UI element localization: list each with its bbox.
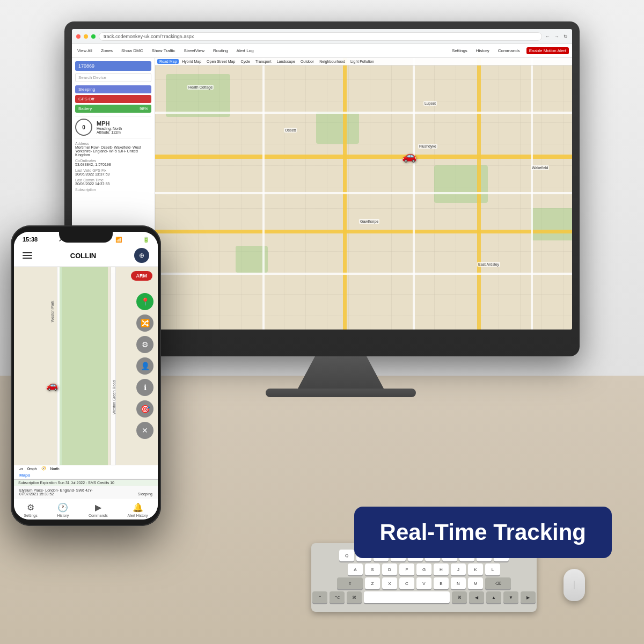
side-btn-target[interactable]: 🎯 xyxy=(136,400,153,418)
nav-label-commands: Commands xyxy=(89,514,108,517)
key-backspace[interactable]: ⌫ xyxy=(485,577,511,589)
monitor-stand xyxy=(298,356,384,389)
hamburger-menu[interactable] xyxy=(23,252,32,259)
key-k[interactable]: K xyxy=(468,564,483,575)
last-gps-value: 30/06/2022 13:37:53 xyxy=(75,172,151,176)
nav-item-alert-history[interactable]: 🔔 Alert History xyxy=(128,502,148,517)
phone-location-address: Elysium Place- London- England- SW6 4JY- xyxy=(19,488,152,492)
map-type-cycle[interactable]: Cycle xyxy=(238,59,252,64)
key-a[interactable]: A xyxy=(348,564,363,575)
nav-item-settings[interactable]: ⚙ Settings xyxy=(24,502,37,517)
key-d[interactable]: D xyxy=(382,564,397,575)
key-ctrl[interactable]: ⌃ xyxy=(312,591,327,603)
phone-map-car: 🚗 xyxy=(46,379,58,391)
key-space[interactable] xyxy=(364,591,450,603)
side-btn-location[interactable]: 📍 xyxy=(136,293,153,310)
key-l[interactable]: L xyxy=(485,564,500,575)
tracking-banner-text: Real-Time Tracking xyxy=(380,519,586,545)
toolbar-enable-motion[interactable]: Enable Motion Alert xyxy=(526,47,569,54)
phone-speed-value: 0mph xyxy=(27,467,37,471)
maps-bar: Maps xyxy=(14,472,158,479)
side-btn-info[interactable]: ℹ xyxy=(136,379,153,396)
toolbar-show-traffic[interactable]: Show Traffic xyxy=(150,47,178,54)
browser-refresh-icon[interactable]: ↻ xyxy=(564,34,568,39)
key-q[interactable]: Q xyxy=(339,550,354,561)
map-type-landscape[interactable]: Landscape xyxy=(275,59,297,64)
mouse[interactable] xyxy=(564,569,585,601)
address-value: Mortimer Row- Ossett- Wakefield- West Yo… xyxy=(75,145,151,157)
map-type-light[interactable]: Light Pollution xyxy=(348,59,376,64)
phone-status-sleeping: Sleeping xyxy=(138,492,152,496)
key-b[interactable]: B xyxy=(434,577,449,589)
key-cmd-right[interactable]: ⌘ xyxy=(452,591,467,603)
key-arrow-right[interactable]: ▶ xyxy=(521,591,536,603)
key-c[interactable]: C xyxy=(399,577,414,589)
side-btn-settings[interactable]: ⚙ xyxy=(136,336,153,353)
toolbar-routing[interactable]: Routing xyxy=(211,47,230,54)
map-type-roadmap[interactable]: Road Map xyxy=(157,59,179,64)
alert-history-nav-icon: 🔔 xyxy=(133,502,143,513)
key-x[interactable]: X xyxy=(382,577,397,589)
toolbar-commands[interactable]: Commands xyxy=(496,47,522,54)
toolbar-zones[interactable]: Zones xyxy=(99,47,115,54)
last-comm-value: 30/06/2022 14:37:53 xyxy=(75,182,151,186)
phone-datetime-row: 07/07/2021 15:33:52 Sleeping xyxy=(19,492,152,496)
map-road-white-v-1 xyxy=(262,58,265,330)
key-alt[interactable]: ⌥ xyxy=(330,591,345,603)
side-btn-close[interactable]: ✕ xyxy=(136,422,153,439)
map-type-hybrid[interactable]: Hybrid Map xyxy=(180,59,203,64)
phone-frame: 15:38 ↗ 📶 🔋 COLLIN ⊕ xyxy=(11,225,161,526)
toolbar-view-all[interactable]: View All xyxy=(75,47,94,54)
key-arrow-up[interactable]: ▲ xyxy=(486,591,501,603)
key-shift[interactable]: ⇧ xyxy=(337,577,363,589)
key-arrow-left[interactable]: ◀ xyxy=(469,591,484,603)
key-j[interactable]: J xyxy=(451,564,466,575)
key-m[interactable]: M xyxy=(468,577,483,589)
map-label-1: Heath Cottage xyxy=(187,85,214,90)
phone-datetime: 07/07/2021 15:33:52 xyxy=(19,492,54,496)
key-h[interactable]: H xyxy=(434,564,449,575)
map-type-outdoor[interactable]: Outdoor xyxy=(298,59,316,64)
browser-back-icon[interactable]: ← xyxy=(545,34,550,39)
status-battery-badge: Battery 98% xyxy=(75,105,151,113)
browser-minimize-dot[interactable] xyxy=(84,34,88,39)
key-z[interactable]: Z xyxy=(365,577,380,589)
arm-button[interactable]: ARM xyxy=(131,271,153,281)
speedometer: 0 xyxy=(75,119,92,136)
map-green-area-5 xyxy=(531,208,572,240)
map-label-6: Lupset xyxy=(423,101,437,106)
compass-button[interactable]: ⊕ xyxy=(134,248,149,263)
toolbar-streetview[interactable]: StreetView xyxy=(181,47,207,54)
browser-forward-icon[interactable]: → xyxy=(554,34,559,39)
key-arrow-down[interactable]: ▼ xyxy=(503,591,518,603)
map-type-osm[interactable]: Open Street Map xyxy=(204,59,237,64)
toolbar-settings[interactable]: Settings xyxy=(450,47,470,54)
nav-item-commands[interactable]: ▶ Commands xyxy=(89,502,108,517)
browser-close-dot[interactable] xyxy=(76,34,80,39)
toolbar-history[interactable]: History xyxy=(474,47,492,54)
browser-maximize-dot[interactable] xyxy=(91,34,96,39)
side-btn-person[interactable]: 👤 xyxy=(136,357,153,375)
side-btn-route[interactable]: 🔀 xyxy=(136,314,153,332)
key-f[interactable]: F xyxy=(399,564,414,575)
key-s[interactable]: S xyxy=(365,564,380,575)
browser-url-bar[interactable]: track.codemonkey-uk.com/Tracking5.aspx xyxy=(99,32,542,41)
map-type-neighbourhood[interactable]: Neighbourhood xyxy=(317,59,347,64)
key-n[interactable]: N xyxy=(451,577,466,589)
map-type-transport[interactable]: Transport xyxy=(253,59,274,64)
key-cmd-left[interactable]: ⌘ xyxy=(347,591,362,603)
phone-map-area[interactable]: Weston Park Weston Green Road ARM 🚗 📍 🔀 … xyxy=(14,267,158,465)
phone-speed-icon: 🏎 xyxy=(19,467,23,471)
phone-road-label-2: Weston Green Road xyxy=(112,380,116,415)
key-v[interactable]: V xyxy=(416,577,431,589)
toolbar-alert-log[interactable]: Alert Log xyxy=(235,47,256,54)
toolbar-show-dmc[interactable]: Show DMC xyxy=(119,47,145,54)
key-g[interactable]: G xyxy=(416,564,431,575)
sidebar-search[interactable]: Search Device xyxy=(75,73,151,82)
map-label-5: Wakefield xyxy=(531,165,549,170)
sidebar-device-id[interactable]: 170869 xyxy=(75,61,151,71)
nav-label-settings: Settings xyxy=(24,514,37,517)
map-road-h-2 xyxy=(155,230,572,233)
nav-item-history[interactable]: 🕐 History xyxy=(57,502,69,517)
map-area[interactable]: Road Map Hybrid Map Open Street Map Cycl… xyxy=(155,58,572,330)
